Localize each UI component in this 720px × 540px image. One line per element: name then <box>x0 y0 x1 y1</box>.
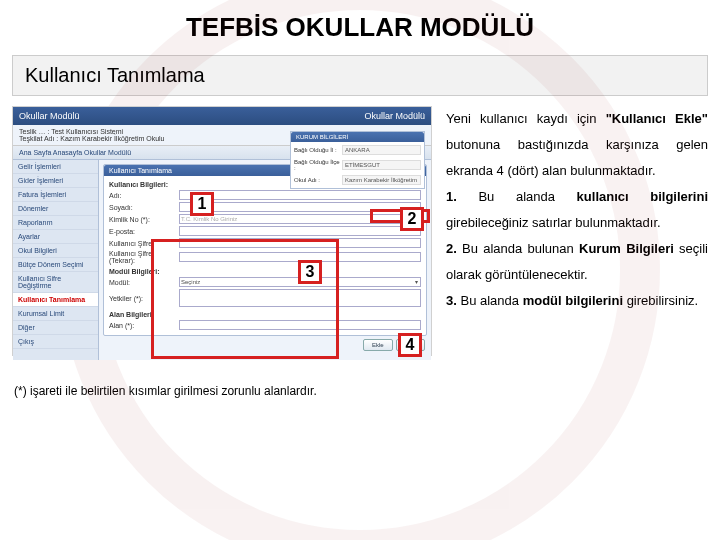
t: butonuna bastığınızda karşınıza gelen ek… <box>446 137 708 178</box>
app-title-left: Okullar Modülü <box>19 111 80 121</box>
page-title: TEFBİS OKULLAR MODÜLÜ <box>0 0 720 55</box>
t-num: 3. <box>446 293 457 308</box>
callout-2: 2 <box>400 207 424 231</box>
callout-1: 1 <box>190 192 214 216</box>
kurum-head: KURUM BİLGİLERİ <box>291 132 424 142</box>
t-bold: Kurum Bilgileri <box>579 241 674 256</box>
t: girebilirsiniz. <box>623 293 698 308</box>
lbl-il: Bağlı Olduğu İl : <box>294 147 342 153</box>
val-okul: Kazım Karabekir İlköğretim <box>342 175 421 185</box>
screenshot-panel: Okullar Modülü Okullar Modülü Teslik … :… <box>12 106 432 356</box>
sidebar-item[interactable]: Fatura İşlemleri <box>13 188 98 202</box>
lbl-eposta: E-posta: <box>109 228 179 235</box>
sidebar-item[interactable]: Dönemler <box>13 202 98 216</box>
app-title-right: Okullar Modülü <box>364 111 425 121</box>
sidebar-item[interactable]: Gider İşlemleri <box>13 174 98 188</box>
t: Bu alanda <box>457 293 523 308</box>
sidebar-item[interactable]: Diğer <box>13 321 98 335</box>
input-eposta[interactable] <box>179 226 421 236</box>
lbl-ilce: Bağlı Olduğu İlçe : <box>294 159 342 171</box>
subtitle: Kullanıcı Tanımlama <box>12 55 708 96</box>
sidebar-item[interactable]: Kurumsal Limit <box>13 307 98 321</box>
t: Yeni kullanıcı kaydı için <box>446 111 606 126</box>
input-adi[interactable] <box>179 190 421 200</box>
kurum-panel: KURUM BİLGİLERİ Bağlı Olduğu İl :ANKARA … <box>290 131 425 189</box>
lbl-adi: Adı: <box>109 192 179 199</box>
sidebar-item[interactable]: Raporlarım <box>13 216 98 230</box>
t: Bu alanda <box>457 189 577 204</box>
footnote: (*) işareti ile belirtilen kısımlar giri… <box>14 384 706 398</box>
sidebar-sub[interactable]: Kullanıcı Sifre Değiştirme <box>13 272 98 293</box>
lbl-okul: Okul Adı : <box>294 177 342 183</box>
ekle-button[interactable]: Ekle <box>363 339 393 351</box>
sidebar-active[interactable]: Kullanıcı Tanımlama <box>13 293 98 307</box>
t: girebileceğiniz satırlar bulunmaktadır. <box>446 215 661 230</box>
callout-3: 3 <box>298 260 322 284</box>
sidebar: Gelir İşlemleri Gider İşlemleri Fatura İ… <box>13 160 99 360</box>
tc-placeholder: T.C. Kimlik No Giriniz <box>181 216 237 222</box>
t: Bu alanda bulunan <box>457 241 579 256</box>
app-titlebar: Okullar Modülü Okullar Modülü <box>13 107 431 125</box>
lbl-soyadi: Soyadı: <box>109 204 179 211</box>
sidebar-item[interactable]: Gelir İşlemleri <box>13 160 98 174</box>
sidebar-item[interactable]: Ayarlar <box>13 230 98 244</box>
t-num: 2. <box>446 241 457 256</box>
description: Yeni kullanıcı kaydı için "Kullanıcı Ekl… <box>432 106 708 356</box>
t-num: 1. <box>446 189 457 204</box>
val-ilce: ETİMESGUT <box>342 160 421 170</box>
highlight-panel <box>151 239 339 359</box>
t-bold: kullanıcı bilgilerini <box>577 189 708 204</box>
t-bold: "Kullanıcı Ekle" <box>606 111 708 126</box>
val-il: ANKARA <box>342 145 421 155</box>
callout-4: 4 <box>398 333 422 357</box>
t-bold: modül bilgilerini <box>523 293 623 308</box>
sidebar-item[interactable]: Çıkış <box>13 335 98 349</box>
sidebar-sub[interactable]: Bütçe Dönem Seçimi <box>13 258 98 272</box>
lbl-tc: Kimlik No (*): <box>109 216 179 223</box>
sidebar-sub[interactable]: Okul Bilgileri <box>13 244 98 258</box>
